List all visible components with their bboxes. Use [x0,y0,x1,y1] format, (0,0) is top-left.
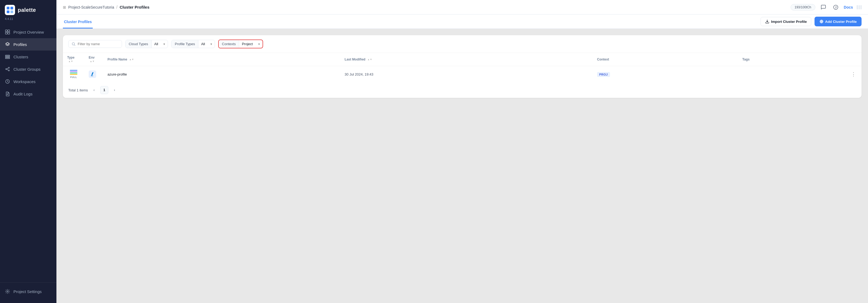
svg-rect-6 [5,32,7,34]
pagination: Total 1 items ‹ 1 › [63,82,862,98]
profile-bars [70,70,78,75]
divider-bar [857,5,858,9]
cloud-types-value: All [152,40,161,48]
app-version: 4.4.11 [0,17,56,23]
contexts-value: Project [239,40,255,48]
chat-icon-button[interactable] [819,3,828,11]
divider-bar [859,5,860,9]
search-icon [72,42,75,46]
docs-link[interactable]: Docs [844,5,853,9]
table-row[interactable]: FULL azure-profile 30 [63,66,862,83]
current-page-button[interactable]: 1 [100,86,108,94]
sidebar-item-label: Cluster Groups [13,67,40,71]
cloud-types-filter: Cloud Types All ▾ [125,40,168,48]
th-context: Context [593,53,738,66]
workspace-icon [5,79,10,84]
sidebar-item-label: Profiles [13,42,27,47]
tabs: Cluster Profiles [63,14,99,29]
svg-rect-8 [5,55,10,56]
contexts-chevron[interactable]: ▾ [255,40,262,48]
next-page-button[interactable]: › [111,86,119,94]
svg-rect-9 [5,57,10,57]
svg-rect-1 [10,7,13,9]
breadcrumb-project[interactable]: Project-ScaleSecureTutoria [68,5,114,9]
usage-indicator: 193/100tCh [790,4,815,10]
breadcrumb-current: Cluster Profiles [120,5,149,9]
svg-rect-7 [8,32,10,34]
add-cluster-profile-button[interactable]: ⊕ Add Cluster Profile [814,17,862,26]
svg-point-11 [8,67,9,68]
svg-point-21 [72,42,75,45]
sidebar-item-project-overview[interactable]: Project Overview [0,26,56,38]
sort-icon[interactable]: ▲▼ [367,58,372,61]
sidebar: palette 4.4.11 Project Overview Profiles… [0,0,56,303]
help-icon-button[interactable] [832,3,840,11]
cluster-profiles-table-card: Cloud Types All ▾ Profile Types All ▾ Co… [63,35,862,98]
total-items-label: Total 1 items [68,88,88,92]
import-cluster-profile-button[interactable]: Import Cluster Profile [761,17,811,26]
sidebar-item-project-settings[interactable]: Project Settings [0,285,56,298]
profile-types-filter: Profile Types All ▾ [171,40,215,48]
logo-icon [5,5,15,15]
svg-rect-10 [5,58,10,59]
sidebar-item-label: Project Overview [13,30,44,34]
sort-icon[interactable]: ▲▼ [129,58,134,61]
prev-page-button[interactable]: ‹ [90,86,98,94]
cell-type: FULL [63,66,84,83]
context-badge: PROJ [597,72,610,77]
share-icon [5,66,10,72]
profile-type-label: FULL [70,76,77,79]
cell-row-menu: ⋮ [845,66,862,83]
svg-rect-5 [8,30,10,32]
svg-rect-2 [7,10,9,13]
profiles-table: Type ▲▼ Env ▲▼ Profile Name ▲▼ Last Mo [63,53,862,82]
svg-line-14 [7,68,8,69]
list-icon [5,54,10,59]
breadcrumb: ⊞ Project-ScaleSecureTutoria / Cluster P… [63,5,149,10]
cell-context: PROJ [593,66,738,83]
sidebar-logo: palette [0,0,56,17]
sidebar-item-clusters[interactable]: Clusters [0,51,56,63]
contexts-label: Contexts [219,40,239,48]
cell-tags [738,66,845,83]
filters-bar: Cloud Types All ▾ Profile Types All ▾ Co… [63,35,862,53]
sidebar-nav: Project Overview Profiles Clusters Clust… [0,23,56,282]
breadcrumb-separator: / [116,5,118,10]
contexts-filter: Contexts Project ▾ [218,39,263,49]
cloud-types-chevron[interactable]: ▾ [161,40,168,48]
subheader: Cluster Profiles Import Cluster Profile … [56,14,868,29]
app-logo-text: palette [18,7,36,13]
th-type: Type ▲▼ [63,53,84,66]
grid-icon [5,29,10,35]
cloud-types-label: Cloud Types [125,40,152,48]
cell-profile-name: azure-profile [103,66,340,83]
sidebar-item-label: Project Settings [13,289,42,294]
svg-line-15 [7,69,8,70]
sidebar-item-audit-logs[interactable]: Audit Logs [0,88,56,100]
search-input[interactable] [78,42,115,46]
sidebar-item-cluster-groups[interactable]: Cluster Groups [0,63,56,75]
profile-type-icon: FULL [67,70,80,79]
th-env: Env ▲▼ [84,53,103,66]
profile-types-value: All [198,40,208,48]
sidebar-item-profiles[interactable]: Profiles [0,38,56,51]
svg-point-19 [7,291,8,292]
tab-cluster-profiles[interactable]: Cluster Profiles [63,20,93,29]
subheader-actions: Import Cluster Profile ⊕ Add Cluster Pro… [761,17,862,26]
sort-icon[interactable]: ▲▼ [68,60,73,63]
main-content: ⊞ Project-ScaleSecureTutoria / Cluster P… [56,0,868,303]
divider-bar [861,5,862,9]
sidebar-item-workspaces[interactable]: Workspaces [0,75,56,88]
sidebar-item-label: Workspaces [13,79,35,84]
profile-types-chevron[interactable]: ▾ [208,40,215,48]
table-header: Type ▲▼ Env ▲▼ Profile Name ▲▼ Last Mo [63,53,862,66]
svg-point-12 [6,68,7,70]
sort-icon[interactable]: ▲▼ [90,60,95,63]
th-actions [845,53,862,66]
search-input-wrap [68,40,122,48]
th-tags: Tags [738,53,845,66]
azure-env-icon [89,70,96,78]
th-last-modified: Last Modified ▲▼ [340,53,593,66]
cell-env [84,66,103,83]
row-menu-button[interactable]: ⋮ [850,70,857,78]
